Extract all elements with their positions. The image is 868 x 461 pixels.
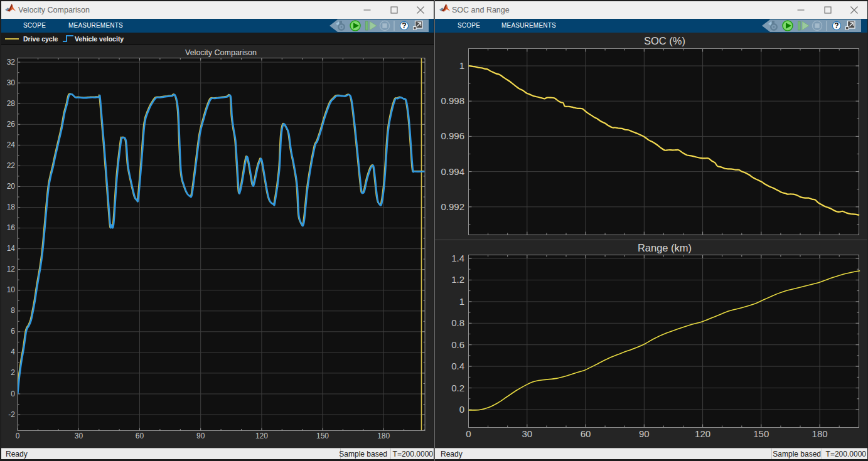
svg-text:?: ? [834,21,839,30]
svg-text:120: 120 [695,428,710,439]
svg-text:0.994: 0.994 [441,166,464,177]
svg-text:30: 30 [522,428,532,439]
svg-text:0.996: 0.996 [441,130,464,141]
svg-text:18: 18 [7,203,16,211]
svg-text:SOC (%): SOC (%) [644,35,685,46]
svg-text:14: 14 [7,244,16,253]
svg-text:26: 26 [7,120,16,129]
svg-text:22: 22 [7,161,16,170]
svg-text:0.4: 0.4 [451,361,464,371]
svg-text:Velocity Comparison: Velocity Comparison [185,48,257,57]
svg-text:6: 6 [11,327,15,336]
svg-text:20: 20 [7,182,16,191]
svg-text:0: 0 [16,432,20,440]
svg-text:28: 28 [7,99,16,108]
svg-text:90: 90 [196,432,205,440]
svg-text:1: 1 [459,60,464,71]
svg-text:0.992: 0.992 [441,201,464,212]
svg-text:1: 1 [459,296,464,307]
svg-text:180: 180 [812,428,828,439]
svg-text:32: 32 [7,58,16,66]
svg-text:2: 2 [11,368,15,377]
svg-text:-2: -2 [8,410,15,419]
svg-text:60: 60 [581,428,591,439]
svg-text:12: 12 [7,265,16,273]
svg-text:4: 4 [11,347,15,356]
svg-text:150: 150 [316,432,329,440]
svg-text:0: 0 [11,389,15,398]
svg-text:0.2: 0.2 [451,383,464,393]
svg-text:180: 180 [377,432,390,440]
svg-text:Drive cycle: Drive cycle [23,35,58,43]
svg-text:16: 16 [7,223,16,232]
svg-text:0.8: 0.8 [451,317,464,328]
svg-text:90: 90 [639,428,650,439]
svg-text:24: 24 [7,140,16,149]
svg-text:0.6: 0.6 [451,339,464,350]
svg-text:Range (km): Range (km) [638,242,692,253]
svg-text:30: 30 [7,78,16,87]
svg-text:Vehicle velocity: Vehicle velocity [75,35,124,43]
svg-text:0: 0 [459,404,464,415]
svg-text:10: 10 [7,285,16,294]
svg-text:1.4: 1.4 [451,253,464,263]
svg-text:120: 120 [255,432,268,440]
svg-text:1.2: 1.2 [451,274,464,285]
svg-text:0.998: 0.998 [441,95,464,106]
svg-text:0: 0 [466,428,471,439]
svg-text:8: 8 [11,306,15,315]
svg-text:60: 60 [136,432,144,440]
svg-text:?: ? [402,21,406,30]
svg-text:30: 30 [75,432,83,440]
svg-text:150: 150 [753,428,769,439]
